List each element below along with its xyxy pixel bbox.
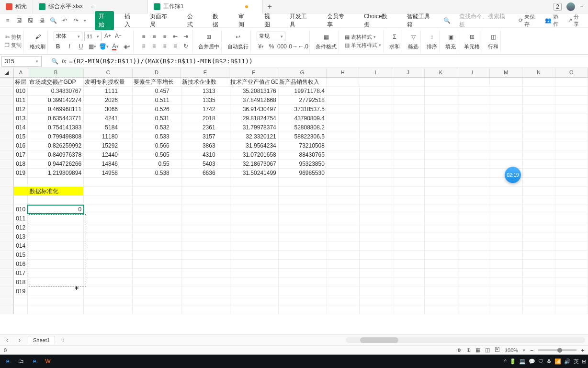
cell[interactable]: 0.538 [133, 169, 181, 177]
cell[interactable] [360, 223, 392, 232]
cell[interactable] [181, 287, 230, 296]
header-cell[interactable]: 发明专利授权量 [84, 78, 132, 86]
cell[interactable] [425, 269, 457, 277]
cell[interactable] [133, 196, 181, 205]
cell[interactable] [327, 123, 360, 132]
cell[interactable] [279, 187, 327, 196]
cell[interactable]: 4241 [84, 114, 133, 123]
copy-button[interactable]: ❐复制 [5, 42, 22, 49]
cell[interactable]: 1.219809894 [28, 169, 84, 177]
unsaved-button[interactable]: ⟳未保存 [519, 13, 540, 28]
cell[interactable] [181, 278, 230, 287]
zoom-level[interactable]: 100% [505, 347, 518, 353]
cell[interactable] [457, 260, 490, 268]
bold-icon[interactable]: B [54, 42, 62, 51]
cell[interactable] [523, 78, 555, 86]
cell[interactable] [392, 305, 425, 314]
cell[interactable]: 43790809.4 [279, 114, 327, 123]
add-sheet-button[interactable]: + [59, 336, 68, 345]
formula-input[interactable]: =(B2-MIN(B$2:B$11))/(MAX(B$2:B$11)-MIN(B… [69, 58, 253, 65]
cell[interactable] [181, 260, 230, 268]
cell[interactable] [523, 123, 555, 132]
cell[interactable] [360, 242, 392, 250]
cell[interactable] [360, 141, 392, 150]
edge-icon[interactable]: e [29, 356, 40, 367]
cell[interactable] [555, 160, 588, 168]
cut-button[interactable]: ✄剪切 [5, 34, 22, 41]
cell[interactable]: 016 [14, 260, 28, 268]
cell[interactable] [490, 87, 523, 95]
cell[interactable] [84, 251, 133, 259]
sheet-prev-icon[interactable]: ‹ [3, 336, 11, 345]
cell[interactable] [555, 96, 588, 104]
header-cell[interactable]: 技术产业产值占GDP [229, 78, 278, 86]
cell[interactable]: 1111 [84, 87, 133, 95]
cell[interactable] [360, 287, 392, 296]
cell[interactable] [457, 141, 490, 150]
cell[interactable] [181, 214, 230, 223]
cell[interactable]: 37.84912668 [230, 96, 279, 104]
cell[interactable] [457, 305, 490, 314]
cell[interactable] [457, 178, 490, 186]
currency-icon[interactable]: ¥▾ [257, 42, 265, 51]
cell[interactable] [392, 150, 425, 159]
layout-icon[interactable]: ⊕ [466, 347, 471, 353]
tray-shield-icon[interactable]: 🛡 [538, 358, 543, 364]
cell[interactable] [230, 242, 279, 250]
cell[interactable] [230, 205, 279, 214]
align-mid-icon[interactable]: ≡ [150, 32, 158, 41]
cell[interactable] [490, 196, 523, 205]
cell[interactable] [360, 105, 392, 114]
cell[interactable]: 2361 [181, 123, 230, 132]
minimize-icon[interactable]: − [580, 3, 583, 10]
cell[interactable] [457, 205, 490, 214]
cancel-fx-icon[interactable]: 🔍 [50, 57, 59, 66]
cell[interactable] [425, 223, 457, 232]
cell[interactable] [523, 169, 555, 177]
cell[interactable] [28, 242, 84, 250]
cell[interactable] [133, 232, 181, 241]
cell[interactable] [555, 278, 588, 287]
cell[interactable] [84, 260, 133, 268]
cell[interactable]: 0.469968111 [28, 105, 84, 114]
cell[interactable] [555, 205, 588, 214]
cell[interactable] [425, 305, 457, 314]
cell[interactable]: 88430765 [279, 150, 327, 159]
header-cell[interactable]: 新技术企业数 [181, 78, 229, 86]
cell[interactable] [425, 132, 457, 141]
cell[interactable] [133, 278, 181, 287]
cell[interactable] [279, 196, 327, 205]
cell[interactable] [28, 251, 84, 259]
cell[interactable] [523, 96, 555, 104]
close-icon[interactable]: ○ [90, 3, 96, 10]
cell[interactable]: 3066 [84, 105, 133, 114]
cell[interactable] [360, 169, 392, 177]
cell[interactable] [84, 223, 133, 232]
filter-icon[interactable]: ▽ [408, 32, 418, 42]
cell[interactable] [555, 296, 588, 305]
tab-review[interactable]: 审阅 [235, 11, 254, 30]
cell[interactable] [279, 251, 327, 259]
cell[interactable]: 35.20813176 [230, 87, 279, 95]
cell[interactable]: 0 [28, 205, 84, 214]
tab-insert[interactable]: 插入 [121, 11, 140, 30]
cell[interactable] [425, 114, 457, 123]
cell[interactable] [327, 205, 360, 214]
tray-battery-icon[interactable]: 🔋 [509, 358, 516, 365]
cell[interactable] [327, 232, 360, 241]
cell[interactable] [133, 296, 181, 305]
cell[interactable] [392, 214, 425, 223]
cell[interactable] [523, 205, 555, 214]
cell[interactable] [425, 187, 457, 196]
cell[interactable]: 0.826259992 [28, 141, 84, 150]
cell[interactable]: 0.635443771 [28, 114, 84, 123]
cell[interactable]: 31.79978374 [230, 123, 279, 132]
cell[interactable] [279, 296, 327, 305]
cell[interactable] [392, 187, 425, 196]
cell[interactable] [425, 242, 457, 250]
tray-net-icon[interactable]: 🖧 [546, 358, 552, 364]
cell[interactable]: 0.55 [133, 160, 181, 168]
horizontal-scrollbar[interactable] [346, 337, 585, 343]
header-cell[interactable]: 标层 [14, 78, 28, 86]
cell[interactable] [360, 187, 392, 196]
